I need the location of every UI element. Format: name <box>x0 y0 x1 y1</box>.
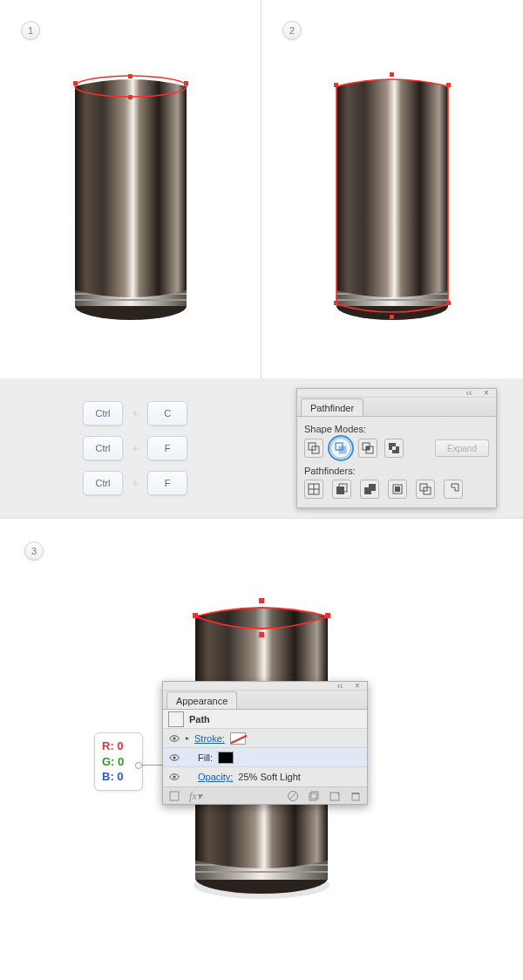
plus-icon: + <box>132 476 139 490</box>
pathfinder-divide[interactable] <box>304 480 323 499</box>
svg-rect-37 <box>395 487 400 492</box>
svg-rect-60 <box>311 792 318 799</box>
svg-rect-59 <box>309 793 316 800</box>
keyboard-shortcuts: Ctrl + C Ctrl + F Ctrl + F <box>83 401 187 495</box>
fx-menu-icon[interactable]: fx▾ <box>189 790 201 802</box>
stroke-link[interactable]: Stroke: <box>194 733 225 744</box>
appearance-panel-footer: fx▾ <box>163 786 367 804</box>
panel-close-icon[interactable]: × <box>351 684 363 689</box>
opacity-link[interactable]: Opacity: <box>198 772 233 782</box>
tutorial-step-2: 2 <box>262 0 523 378</box>
shape-mode-exclude[interactable] <box>384 439 404 458</box>
fill-swatch[interactable] <box>218 752 234 764</box>
step-badge: 3 <box>24 541 44 561</box>
svg-rect-56 <box>170 792 179 800</box>
artwork-cylinder <box>70 71 192 323</box>
shortcut-row: Ctrl + F <box>83 436 187 460</box>
svg-rect-27 <box>366 446 370 450</box>
pathfinder-crop[interactable] <box>388 480 407 499</box>
clear-appearance-icon[interactable] <box>287 790 299 802</box>
rgb-g-label: G: <box>102 755 114 768</box>
key-letter: C <box>147 401 187 425</box>
svg-rect-45 <box>195 871 328 873</box>
svg-point-55 <box>173 775 175 778</box>
svg-rect-8 <box>128 74 132 78</box>
new-item-icon[interactable] <box>329 790 341 802</box>
svg-rect-7 <box>184 81 188 85</box>
visibility-toggle-icon[interactable] <box>168 752 180 764</box>
key-ctrl: Ctrl <box>83 401 123 425</box>
svg-rect-9 <box>128 95 132 99</box>
svg-rect-15 <box>334 83 338 87</box>
tab-pathfinder[interactable]: Pathfinder <box>301 398 363 416</box>
svg-point-53 <box>173 756 175 759</box>
stroke-swatch[interactable] <box>230 732 246 745</box>
svg-rect-47 <box>325 613 330 618</box>
object-thumb-icon <box>168 711 184 727</box>
panel-collapse-icon[interactable]: ‹‹ <box>334 684 346 689</box>
pathfinder-trim[interactable] <box>332 480 351 499</box>
appearance-panel: ‹‹ × Appearance Path ▸ Stroke: Fill: Opa… <box>162 681 368 805</box>
svg-point-51 <box>173 737 175 739</box>
svg-rect-16 <box>446 83 451 87</box>
plus-icon: + <box>132 406 139 420</box>
svg-rect-4 <box>75 299 187 301</box>
svg-rect-49 <box>259 632 264 637</box>
rgb-annotation: R: 0 G: 0 B: 0 <box>94 732 143 791</box>
expand-button: Expand <box>435 439 489 457</box>
pathfinder-outline[interactable] <box>416 480 435 499</box>
key-ctrl: Ctrl <box>83 436 123 460</box>
tutorial-step-1: 1 <box>0 0 262 378</box>
svg-rect-6 <box>73 81 78 85</box>
appearance-stroke-row[interactable]: ▸ Stroke: <box>163 729 367 748</box>
rgb-b-value: 0 <box>117 770 123 783</box>
pathfinder-minus-back[interactable] <box>444 480 463 499</box>
shortcut-row: Ctrl + C <box>83 401 187 425</box>
duplicate-item-icon[interactable] <box>308 790 320 802</box>
rgb-r-label: R: <box>102 739 114 752</box>
pathfinder-merge[interactable] <box>360 480 379 499</box>
appearance-fill-row[interactable]: Fill: <box>163 748 367 767</box>
panel-close-icon[interactable]: × <box>480 391 492 396</box>
artwork-cylinder <box>331 71 453 323</box>
appearance-opacity-row[interactable]: Opacity: 25% Soft Light <box>163 767 367 786</box>
rgb-g-value: 0 <box>118 755 124 768</box>
svg-rect-24 <box>339 446 346 453</box>
shape-mode-unite[interactable] <box>304 439 323 458</box>
delete-item-icon[interactable] <box>350 790 362 802</box>
shortcut-row: Ctrl + F <box>83 471 187 495</box>
rgb-b-label: B: <box>102 770 114 783</box>
shape-mode-minus-front[interactable] <box>330 438 351 459</box>
appearance-object-row[interactable]: Path <box>163 710 367 729</box>
pathfinders-label: Pathfinders: <box>304 466 489 476</box>
plus-icon: + <box>132 441 139 455</box>
shape-mode-intersect[interactable] <box>358 439 377 458</box>
panel-collapse-icon[interactable]: ‹‹ <box>463 391 475 396</box>
key-letter: F <box>147 436 187 460</box>
panel-title-bar[interactable]: ‹‹ × <box>297 389 496 398</box>
svg-rect-19 <box>446 301 451 305</box>
svg-rect-20 <box>390 315 394 319</box>
panel-title-bar[interactable]: ‹‹ × <box>163 682 367 691</box>
tab-appearance[interactable]: Appearance <box>166 691 237 709</box>
svg-rect-18 <box>334 301 338 305</box>
key-ctrl: Ctrl <box>83 471 123 495</box>
fill-label: Fill: <box>198 752 213 763</box>
disclosure-triangle-icon[interactable]: ▸ <box>186 734 189 742</box>
new-art-icon[interactable] <box>168 790 180 802</box>
svg-rect-30 <box>392 446 396 450</box>
svg-rect-34 <box>336 487 344 494</box>
visibility-toggle-icon[interactable] <box>168 732 180 745</box>
tutorial-middle-strip: Ctrl + C Ctrl + F Ctrl + F ‹‹ × Pathfind… <box>0 378 523 518</box>
svg-rect-14 <box>336 299 448 301</box>
opacity-value: 25% Soft Light <box>238 772 301 782</box>
key-letter: F <box>147 471 187 495</box>
step-badge: 1 <box>21 21 40 40</box>
svg-rect-62 <box>352 793 359 800</box>
svg-rect-48 <box>259 598 264 603</box>
step-badge: 2 <box>282 21 302 40</box>
visibility-toggle-icon[interactable] <box>168 771 180 783</box>
pathfinder-panel: ‹‹ × Pathfinder Shape Modes: Ex <box>296 388 497 508</box>
svg-rect-46 <box>193 613 198 618</box>
svg-line-58 <box>289 793 296 800</box>
